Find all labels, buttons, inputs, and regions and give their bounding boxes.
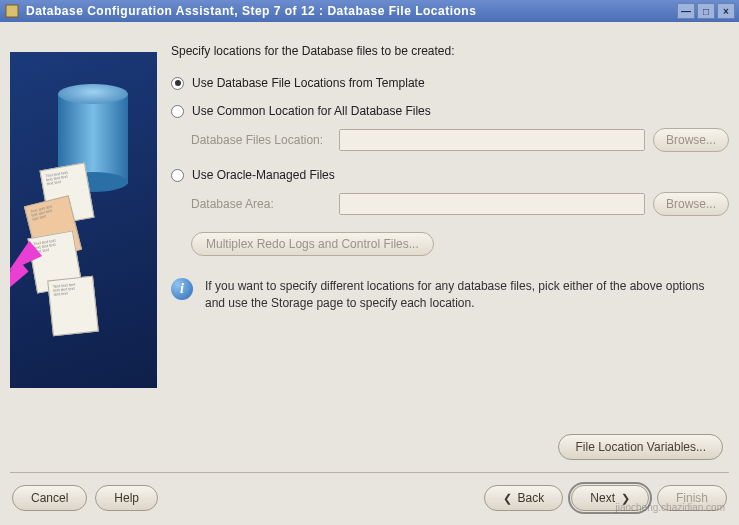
multiplex-row: Multiplex Redo Logs and Control Files... [191, 232, 729, 256]
window-buttons: — □ × [677, 3, 735, 19]
radio-icon[interactable] [171, 77, 184, 90]
document-icon: Text text texttext text texttext text [47, 276, 99, 337]
file-location-variables-row: File Location Variables... [0, 434, 739, 468]
window-title: Database Configuration Assistant, Step 7… [26, 4, 677, 18]
database-files-location-row: Database Files Location: Browse... [191, 128, 729, 152]
sidebar-graphic: Text text texttext text texttext text Te… [10, 52, 157, 388]
app-icon [4, 3, 20, 19]
option-oracle-managed-files[interactable]: Use Oracle-Managed Files [171, 168, 729, 182]
client-area: Text text texttext text texttext text Te… [0, 22, 739, 525]
svg-rect-0 [6, 5, 18, 17]
field-label: Database Area: [191, 197, 331, 211]
radio-icon[interactable] [171, 105, 184, 118]
database-area-input[interactable] [339, 193, 645, 215]
browse-button[interactable]: Browse... [653, 192, 729, 216]
minimize-button[interactable]: — [677, 3, 695, 19]
next-button[interactable]: Next ❯ [571, 485, 649, 511]
info-text: If you want to specify different locatio… [205, 278, 719, 312]
option-label: Use Database File Locations from Templat… [192, 76, 425, 90]
page-instruction: Specify locations for the Database files… [171, 44, 729, 58]
back-label: Back [518, 491, 545, 505]
option-label: Use Oracle-Managed Files [192, 168, 335, 182]
maximize-button[interactable]: □ [697, 3, 715, 19]
info-icon: i [171, 278, 193, 300]
divider [10, 472, 729, 473]
database-files-location-input[interactable] [339, 129, 645, 151]
back-button[interactable]: ❮ Back [484, 485, 564, 511]
browse-button[interactable]: Browse... [653, 128, 729, 152]
option-common-location[interactable]: Use Common Location for All Database Fil… [171, 104, 729, 118]
main-panel: Specify locations for the Database files… [171, 32, 729, 424]
database-area-row: Database Area: Browse... [191, 192, 729, 216]
field-label: Database Files Location: [191, 133, 331, 147]
close-button[interactable]: × [717, 3, 735, 19]
chevron-right-icon: ❯ [621, 492, 630, 505]
footer: Cancel Help ❮ Back Next ❯ Finish [0, 477, 739, 525]
help-button[interactable]: Help [95, 485, 158, 511]
finish-button: Finish [657, 485, 727, 511]
option-label: Use Common Location for All Database Fil… [192, 104, 431, 118]
chevron-left-icon: ❮ [503, 492, 512, 505]
option-template[interactable]: Use Database File Locations from Templat… [171, 76, 729, 90]
file-location-variables-button[interactable]: File Location Variables... [558, 434, 723, 460]
radio-icon[interactable] [171, 169, 184, 182]
info-panel: i If you want to specify different locat… [171, 278, 729, 312]
cancel-button[interactable]: Cancel [12, 485, 87, 511]
next-label: Next [590, 491, 615, 505]
title-bar: Database Configuration Assistant, Step 7… [0, 0, 739, 22]
multiplex-button[interactable]: Multiplex Redo Logs and Control Files... [191, 232, 434, 256]
content-area: Text text texttext text texttext text Te… [0, 22, 739, 434]
